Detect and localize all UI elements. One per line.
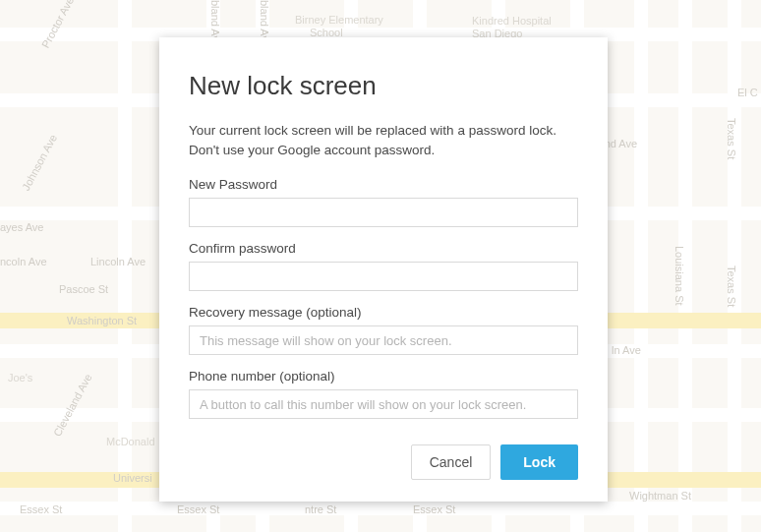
confirm-password-input[interactable] [189,262,578,291]
new-password-input[interactable] [189,198,578,227]
cancel-button[interactable]: Cancel [411,444,492,480]
dialog-title: New lock screen [189,71,578,101]
phone-number-input[interactable] [189,389,578,419]
recovery-message-field: Recovery message (optional) [189,305,578,355]
recovery-message-label: Recovery message (optional) [189,305,578,320]
phone-number-field: Phone number (optional) [189,369,578,419]
lock-screen-dialog: New lock screen Your current lock screen… [159,37,608,502]
phone-number-label: Phone number (optional) [189,369,578,384]
recovery-message-input[interactable] [189,325,578,355]
confirm-password-field: Confirm password [189,241,578,291]
new-password-label: New Password [189,177,578,192]
dialog-description: Your current lock screen will be replace… [189,121,578,159]
lock-button[interactable]: Lock [500,444,578,480]
dialog-actions: Cancel Lock [189,444,578,480]
new-password-field: New Password [189,177,578,227]
confirm-password-label: Confirm password [189,241,578,256]
